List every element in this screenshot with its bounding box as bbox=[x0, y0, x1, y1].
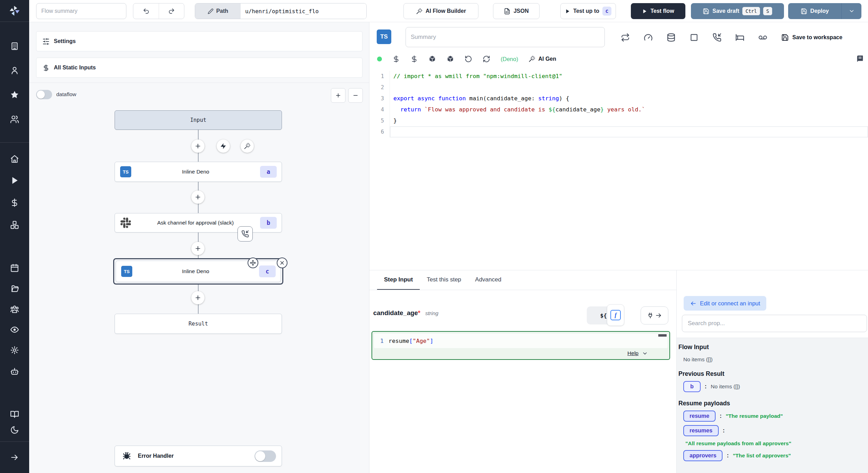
add-step-button[interactable] bbox=[191, 140, 205, 153]
expression-editor[interactable]: 1 resume["Age"] Help bbox=[372, 331, 670, 360]
prop-badge[interactable]: b bbox=[683, 381, 701, 392]
folders-icon[interactable] bbox=[10, 284, 19, 293]
package-cube-icon[interactable] bbox=[446, 55, 454, 63]
add-step-button[interactable] bbox=[191, 291, 205, 304]
minimap-scrollbar[interactable] bbox=[658, 334, 667, 337]
retries-repeat-icon[interactable] bbox=[621, 33, 630, 42]
reload-refresh-icon[interactable] bbox=[483, 55, 490, 63]
prop-badge[interactable]: resumes bbox=[683, 425, 719, 436]
edit-or-connect-button[interactable]: Edit or connect an input bbox=[684, 296, 766, 311]
workspace-icon[interactable] bbox=[10, 42, 19, 51]
user-icon[interactable] bbox=[10, 66, 19, 75]
lifetime-voicemail-icon[interactable] bbox=[758, 33, 767, 42]
schedules-calendar-icon[interactable] bbox=[10, 263, 19, 272]
json-button[interactable]: JSON bbox=[493, 3, 540, 19]
test-flow-label: Test flow bbox=[650, 8, 674, 14]
path-edit-button[interactable]: Path bbox=[195, 3, 241, 19]
flow-node-a[interactable]: TS Inline Deno a bbox=[115, 162, 282, 182]
groups-icon[interactable] bbox=[10, 305, 19, 314]
all-static-inputs-row[interactable]: All Static Inputs bbox=[36, 58, 362, 78]
plus-icon bbox=[194, 245, 201, 252]
save-draft-button[interactable]: Save draft Ctrl S bbox=[691, 3, 784, 19]
favorites-star-icon[interactable] bbox=[10, 90, 19, 99]
tab-test-this-step[interactable]: Test this step bbox=[420, 270, 468, 290]
add-step-button[interactable] bbox=[191, 191, 205, 204]
cache-database-icon[interactable] bbox=[667, 33, 676, 42]
path-input[interactable] bbox=[241, 3, 366, 19]
expand-sidebar-arrow-icon[interactable] bbox=[10, 453, 19, 462]
save-to-workspace-button[interactable]: Save to workspace bbox=[781, 34, 842, 41]
arrow-left-icon bbox=[690, 300, 696, 307]
tab-advanced[interactable]: Advanced bbox=[468, 270, 508, 290]
library-book-icon[interactable] bbox=[856, 55, 864, 63]
flow-node-input[interactable]: Input bbox=[115, 110, 282, 130]
suspend-phone-incoming-icon[interactable] bbox=[237, 226, 253, 242]
variables-dollar-icon[interactable] bbox=[10, 198, 19, 207]
ai-flow-builder-button[interactable]: AI Flow Builder bbox=[403, 3, 478, 19]
save-icon bbox=[781, 34, 789, 41]
prop-badge[interactable]: approvers bbox=[683, 450, 723, 461]
early-stop-gauge-icon[interactable] bbox=[644, 33, 653, 42]
flow-summary-input[interactable] bbox=[36, 3, 126, 19]
undo-icon bbox=[143, 8, 150, 15]
search-prop-input[interactable] bbox=[682, 315, 867, 332]
reset-rotate-ccw-icon[interactable] bbox=[465, 55, 472, 63]
windmill-logo-icon[interactable] bbox=[8, 5, 21, 17]
mock-square-icon[interactable] bbox=[690, 33, 699, 42]
dataflow-toggle[interactable] bbox=[36, 90, 52, 99]
code-line[interactable]: 2 bbox=[369, 82, 868, 93]
runs-play-icon[interactable] bbox=[10, 176, 19, 185]
resources-dollar-icon[interactable] bbox=[410, 55, 418, 63]
resources-boxes-icon[interactable] bbox=[10, 220, 19, 229]
user-group-icon[interactable] bbox=[10, 115, 19, 124]
add-step-button[interactable] bbox=[191, 242, 205, 255]
test-flow-button[interactable]: Test flow bbox=[631, 3, 685, 19]
status-dot bbox=[377, 57, 382, 61]
step-summary-input[interactable] bbox=[406, 27, 605, 47]
sidebar bbox=[0, 0, 29, 473]
ai-wand-button[interactable] bbox=[241, 140, 254, 153]
settings-gear-icon[interactable] bbox=[10, 346, 19, 355]
error-handler-toggle[interactable] bbox=[254, 450, 276, 462]
tab-step-input[interactable]: Step Input bbox=[377, 270, 420, 290]
connect-input-plug-button[interactable] bbox=[641, 306, 668, 324]
error-handler-row[interactable]: Error Handler bbox=[115, 446, 282, 466]
suspend-phone-incoming-icon[interactable] bbox=[712, 33, 721, 42]
deploy-button[interactable]: Deploy bbox=[788, 8, 841, 15]
expression-mode-button[interactable]: f bbox=[607, 304, 624, 326]
package-cube-icon[interactable] bbox=[428, 55, 436, 63]
code-line[interactable]: 1// import * as wmill from "npm:windmill… bbox=[369, 71, 868, 82]
home-icon[interactable] bbox=[10, 154, 19, 163]
resume-row: resumes: bbox=[683, 425, 868, 436]
bot-icon[interactable] bbox=[10, 367, 19, 376]
code-line[interactable]: 4 return `Flow was approved and candidat… bbox=[369, 104, 868, 115]
test-up-to-button[interactable]: Test up to c bbox=[560, 3, 616, 19]
sleep-bed-icon[interactable] bbox=[735, 33, 744, 42]
code-line[interactable]: 3export async function main(candidate_ag… bbox=[369, 93, 868, 104]
expression-help[interactable]: Help bbox=[627, 350, 648, 356]
zoom-in-button[interactable] bbox=[331, 88, 345, 103]
edit-connect-label: Edit or connect an input bbox=[700, 300, 760, 307]
prop-badge[interactable]: resume bbox=[683, 411, 716, 422]
deploy-dropdown-button[interactable] bbox=[841, 3, 861, 19]
move-node-button[interactable] bbox=[248, 257, 258, 268]
approvers-row: approvers : "The list of approvers" bbox=[683, 450, 868, 461]
audit-eye-icon[interactable] bbox=[10, 325, 19, 334]
flow-settings-row[interactable]: Settings bbox=[36, 31, 362, 51]
trigger-zap-button[interactable] bbox=[217, 140, 230, 153]
dark-mode-moon-icon[interactable] bbox=[10, 425, 19, 434]
expression-code[interactable]: resume["Age"] bbox=[389, 338, 433, 344]
delete-node-button[interactable] bbox=[277, 257, 287, 268]
flow-node-result[interactable]: Result bbox=[115, 314, 282, 334]
docs-book-icon[interactable] bbox=[10, 410, 19, 419]
zoom-out-button[interactable] bbox=[348, 88, 363, 103]
redo-button[interactable] bbox=[159, 3, 184, 19]
undo-button[interactable] bbox=[133, 3, 159, 19]
flow-node-b[interactable]: Ask channel for approval (slack) b bbox=[115, 213, 282, 233]
code-line[interactable]: 5} bbox=[369, 115, 868, 126]
code-line[interactable]: 6 bbox=[369, 126, 868, 137]
variables-dollar-icon[interactable] bbox=[392, 55, 400, 63]
arrow-right-icon bbox=[655, 312, 662, 319]
code-editor[interactable]: 1// import * as wmill from "npm:windmill… bbox=[369, 71, 868, 270]
ai-gen-button[interactable]: AI Gen bbox=[528, 56, 556, 62]
